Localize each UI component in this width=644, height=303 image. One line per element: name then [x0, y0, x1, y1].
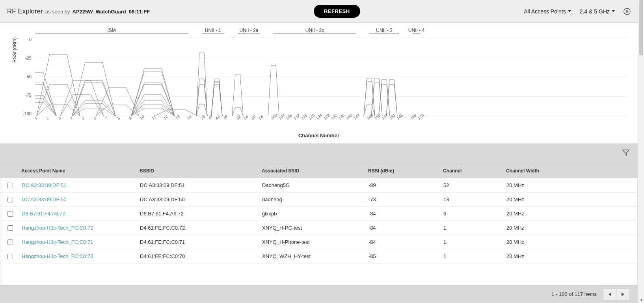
cell-channel: 13 [441, 196, 504, 202]
title-text: RF Explorer [7, 7, 43, 15]
cell-rssi: -85 [366, 253, 441, 259]
pagination-info: 1 - 100 of 117 items [551, 291, 597, 297]
row-checkbox[interactable] [7, 239, 13, 245]
col-channel-width[interactable]: Channel Width [504, 168, 638, 174]
scroll-down-icon: ▼ [640, 298, 643, 302]
cell-channel-width: 20 MHz [504, 196, 637, 202]
x-tick: 4 [69, 116, 73, 120]
col-channel[interactable]: Channel [441, 168, 504, 174]
cell-channel: 52 [441, 182, 504, 188]
cell-ssid: XNYQ_WZH_HY-test [260, 253, 366, 259]
header-bar: RF Explorer as seen by AP225W_WatchGuard… [0, 0, 638, 23]
band-dropdown-label: 2.4 & 5 GHz [580, 8, 610, 15]
access-points-dropdown-label: All Access Points [524, 8, 566, 15]
col-ssid[interactable]: Associated SSID [259, 168, 366, 174]
x-tick: 1 [34, 116, 38, 120]
row-checkbox[interactable] [7, 211, 13, 217]
cell-channel-width: 20 MHz [504, 239, 637, 245]
x-axis-label: Channel Number [9, 133, 628, 138]
refresh-button[interactable]: REFRESH [314, 5, 360, 18]
x-tick: 2 [45, 116, 50, 120]
row-checkbox[interactable] [7, 183, 13, 188]
row-checkbox[interactable] [7, 197, 13, 202]
cell-rssi: -89 [366, 182, 441, 188]
x-tick: 3 [57, 116, 61, 120]
rf-spectrum-chart: ISMUNII - 1UNII - 2aUNII - 2cUNII - 3UNI… [0, 23, 638, 144]
cell-bssid: DC:A3:33:09:DF:50 [138, 196, 260, 202]
table-row[interactable]: Hangzhou-H3c-Tech_FC:C0:71D4:61:FE:FC:C0… [0, 235, 637, 249]
table-row[interactable]: Hangzhou-H3c-Tech_FC:C0:70D4:61:FE:FC:C0… [0, 249, 637, 264]
access-points-table: Access Point Name BSSID Associated SSID … [0, 144, 638, 303]
next-page-button[interactable] [616, 288, 630, 300]
band-label: UNII - 2c [305, 28, 324, 33]
cell-ssid: XNYQ_H-Phone-test [260, 239, 366, 245]
cell-channel: 1 [441, 239, 504, 245]
table-header-row: Access Point Name BSSID Associated SSID … [0, 163, 638, 178]
band-label: UNII - 2a [239, 28, 258, 33]
ap-name-link[interactable]: Hangzhou-H3c-Tech_FC:C0:71 [22, 239, 93, 245]
cell-channel-width: 20 MHz [504, 225, 637, 231]
cell-rssi: -73 [366, 196, 441, 202]
page-title: RF Explorer as seen by AP225W_WatchGuard… [7, 7, 150, 15]
cell-channel-width: 20 MHz [504, 182, 637, 188]
x-tick: 7 [104, 116, 109, 120]
ap-name-link[interactable]: Hangzhou-H3c-Tech_FC:C0:70 [22, 253, 93, 259]
chevron-down-icon [568, 10, 571, 12]
ap-name-link[interactable]: D6:B7:61:F4:A6:72 [22, 211, 65, 217]
chevron-down-icon [612, 10, 615, 12]
band-dropdown[interactable]: 2.4 & 5 GHz [580, 8, 615, 15]
table-row[interactable]: DC:A3:33:09:DF:51DC:A3:33:09:DF:51Daohen… [0, 178, 637, 193]
band-label: ISM [107, 28, 115, 33]
table-row[interactable]: DC:A3:33:09:DF:50DC:A3:33:09:DF:50daohen… [0, 193, 637, 207]
vertical-scrollbar[interactable]: ▲ ▼ [638, 0, 644, 303]
title-subtext: as seen by [45, 9, 70, 15]
cell-bssid: D6:B7:61:F4:A6:72 [138, 211, 260, 217]
col-rssi[interactable]: RSSI (dBm) [366, 168, 441, 174]
col-ap-name[interactable]: Access Point Name [19, 168, 137, 174]
band-label: UNII - 4 [408, 28, 424, 33]
ap-name-link[interactable]: Hangzhou-H3c-Tech_FC:C0:72 [22, 225, 93, 231]
cell-channel: 6 [441, 211, 504, 217]
cell-bssid: D4:61:FE:FC:C0:70 [138, 253, 260, 259]
cell-channel: 1 [441, 253, 504, 259]
cell-ssid: glxxpb [260, 211, 366, 217]
band-label: UNII - 1 [205, 28, 221, 33]
cell-bssid: DC:A3:33:09:DF:51 [138, 182, 260, 188]
cell-channel-width: 20 MHz [504, 211, 637, 217]
cell-ssid: Daoheng5G [260, 182, 366, 188]
title-ap-name: AP225W_WatchGuard_08:11:FF [73, 9, 150, 15]
row-checkbox[interactable] [7, 225, 13, 231]
cell-rssi: -84 [366, 225, 441, 231]
x-tick: 9 [128, 116, 132, 120]
cell-bssid: D4:61:FE:FC:C0:71 [138, 239, 260, 245]
cell-rssi: -84 [366, 239, 441, 245]
cell-bssid: D4:61:FE:FC:C0:72 [138, 225, 260, 231]
scrollbar-thumb[interactable] [639, 0, 643, 55]
x-tick: 6 [93, 116, 97, 120]
prev-page-button[interactable] [603, 288, 616, 300]
filter-icon[interactable] [622, 149, 630, 158]
x-tick: 8 [116, 116, 121, 120]
ap-name-link[interactable]: DC:A3:33:09:DF:50 [22, 196, 66, 202]
cell-ssid: daoheng [260, 196, 366, 202]
band-label: UNII - 3 [376, 28, 392, 33]
cell-rssi: -84 [366, 211, 441, 217]
cell-ssid: XNYQ_H-PC-test [260, 225, 366, 231]
triangle-left-icon [609, 292, 611, 296]
triangle-right-icon [622, 292, 624, 296]
close-icon[interactable] [624, 8, 631, 15]
table-row[interactable]: Hangzhou-H3c-Tech_FC:C0:72D4:61:FE:FC:C0… [0, 221, 637, 235]
x-tick: 5 [81, 116, 85, 120]
cell-channel: 1 [441, 225, 504, 231]
col-bssid[interactable]: BSSID [137, 168, 259, 174]
row-checkbox[interactable] [7, 254, 13, 259]
ap-name-link[interactable]: DC:A3:33:09:DF:51 [22, 182, 66, 188]
y-axis: 0-25-50-75-100 [9, 37, 35, 116]
table-row[interactable]: D6:B7:61:F4:A6:72D6:B7:61:F4:A6:72glxxpb… [0, 207, 637, 221]
chart-plot-area[interactable] [35, 37, 628, 116]
access-points-dropdown[interactable]: All Access Points [524, 8, 571, 15]
cell-channel-width: 20 MHz [504, 253, 637, 259]
